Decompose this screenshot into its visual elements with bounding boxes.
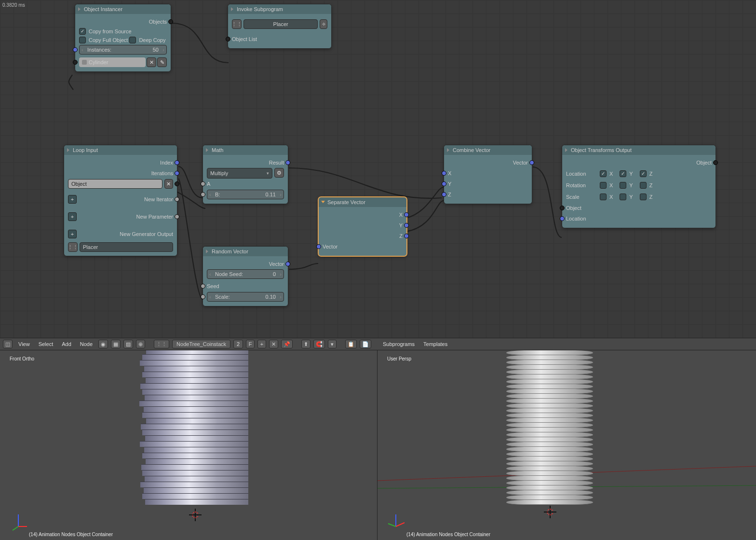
- node-loop-input[interactable]: Loop Input Index Iterations Object ✕ +Ne…: [64, 145, 177, 256]
- node-separate-vector[interactable]: Separate Vector X Y Z Vector: [318, 197, 407, 256]
- field-label: Scale:: [215, 294, 230, 300]
- node-combine-vector[interactable]: Combine Vector Vector X Y Z: [444, 145, 532, 204]
- node-title: Object Instancer: [84, 6, 122, 12]
- viewport-user-persp[interactable]: User Persp (14) Animation Nodes Object C…: [378, 350, 756, 540]
- socket-out-vector[interactable]: [529, 160, 534, 165]
- tree-type-an-button[interactable]: ⊕: [136, 340, 145, 348]
- snap-button[interactable]: 🧲: [313, 340, 325, 348]
- node-invoke-subprogram[interactable]: Invoke Subprogram ⋮⋮ Placer ✧ Object Lis…: [228, 4, 332, 49]
- copy-button[interactable]: 📋: [345, 340, 357, 348]
- subprogram-browse-button[interactable]: ⋮⋮: [232, 19, 242, 29]
- socket-out-result[interactable]: [285, 160, 290, 165]
- nodetree-new-button[interactable]: +: [257, 340, 266, 348]
- math-settings-button[interactable]: ⚙: [274, 168, 284, 178]
- socket-in-object[interactable]: [560, 206, 565, 210]
- node-object-instancer[interactable]: Object Instancer Objects Copy from Sourc…: [75, 4, 171, 72]
- paste-button[interactable]: 📄: [360, 340, 371, 348]
- socket-out-y[interactable]: [404, 223, 409, 228]
- pin-button[interactable]: 📌: [281, 340, 293, 348]
- subprogram-new-button[interactable]: ✧: [320, 19, 327, 29]
- loop-object-field[interactable]: Object: [68, 179, 162, 189]
- rot-z-check[interactable]: Z: [640, 182, 653, 189]
- object-field[interactable]: Cylinder: [79, 57, 146, 67]
- scale-y-check[interactable]: Y: [620, 194, 633, 200]
- tree-type-shader-button[interactable]: ◉: [98, 340, 108, 348]
- add-generator-button[interactable]: +: [68, 230, 77, 238]
- loc-x-check[interactable]: X: [600, 170, 613, 177]
- checkbox-deep-copy[interactable]: Deep Copy: [129, 37, 165, 43]
- node-seed-stepper[interactable]: Node Seed:0: [207, 269, 284, 279]
- check-label: Z: [649, 171, 653, 177]
- math-mode-dropdown[interactable]: Multiply▾: [207, 168, 272, 179]
- socket-in-vector[interactable]: [316, 244, 321, 249]
- socket-out-object[interactable]: [175, 181, 179, 186]
- socket-out-index[interactable]: [175, 160, 179, 165]
- clear-object-button[interactable]: ✕: [147, 57, 156, 67]
- clear-button[interactable]: ✕: [164, 179, 173, 189]
- socket-out-iterations[interactable]: [175, 171, 179, 176]
- menu-select[interactable]: Select: [36, 341, 56, 347]
- instances-stepper[interactable]: Instances:50: [79, 45, 167, 55]
- menu-add[interactable]: Add: [59, 341, 74, 347]
- add-iterator-button[interactable]: +: [68, 195, 77, 204]
- socket-in-y[interactable]: [442, 181, 446, 186]
- loop-subprogram-field[interactable]: Placer: [80, 242, 173, 252]
- viewport-front-ortho[interactable]: Front Ortho (14) Animation Nodes Object …: [0, 350, 378, 540]
- node-object-transforms-output[interactable]: Object Transforms Output Object Location…: [562, 145, 716, 228]
- socket-in-instances[interactable]: [73, 47, 78, 52]
- math-b-stepper[interactable]: B:0.11: [207, 190, 284, 199]
- menu-view[interactable]: View: [15, 341, 33, 347]
- scale-x-check[interactable]: X: [600, 194, 613, 200]
- socket-in-scale[interactable]: [201, 294, 205, 299]
- checkbox-copy-full-object[interactable]: Copy Full Object: [79, 37, 128, 43]
- add-parameter-button[interactable]: +: [68, 212, 77, 221]
- scale-stepper[interactable]: Scale:0.10: [207, 292, 284, 302]
- socket-new-parameter[interactable]: [175, 214, 179, 219]
- menu-templates[interactable]: Templates: [420, 341, 450, 347]
- subprogram-name-field[interactable]: Placer: [243, 19, 318, 29]
- rot-x-check[interactable]: X: [600, 182, 613, 189]
- editor-type-button[interactable]: ◫: [3, 340, 13, 348]
- socket-out-z[interactable]: [404, 234, 409, 238]
- node-title: Separate Vector: [327, 199, 365, 205]
- socket-new-iterator[interactable]: [175, 197, 179, 202]
- go-parent-button[interactable]: ⬆: [301, 340, 310, 348]
- socket-in-seed[interactable]: [201, 284, 205, 289]
- eyedropper-button[interactable]: ✎: [157, 57, 167, 67]
- field-label: B:: [215, 192, 220, 197]
- rot-y-check[interactable]: Y: [620, 182, 633, 189]
- socket-out-vector[interactable]: [285, 262, 290, 266]
- socket-label: Z: [448, 192, 451, 197]
- nodetree-users-button[interactable]: 2: [233, 340, 243, 348]
- menu-node[interactable]: Node: [77, 341, 95, 347]
- node-math[interactable]: Math Result Multiply▾ ⚙ A B:0.11: [202, 145, 288, 204]
- socket-in-b[interactable]: [201, 192, 205, 197]
- nodetree-name-field[interactable]: NodeTree_Coinstack: [172, 340, 230, 348]
- tree-type-compositor-button[interactable]: ▦: [111, 340, 121, 348]
- nodetree-unlink-button[interactable]: ✕: [269, 340, 278, 348]
- check-label: Z: [649, 182, 653, 188]
- scale-z-check[interactable]: Z: [640, 194, 653, 200]
- menu-subprograms[interactable]: Subprograms: [380, 341, 418, 347]
- socket-out-objects[interactable]: [168, 19, 173, 24]
- field-value: Placer: [273, 21, 288, 27]
- nodetree-browse-button[interactable]: ⋮⋮: [154, 340, 169, 348]
- node-random-vector[interactable]: Random Vector Vector Node Seed:0 Seed Sc…: [202, 246, 288, 306]
- socket-in-object[interactable]: [73, 60, 78, 65]
- socket-in-location[interactable]: [560, 216, 565, 221]
- socket-label: New Parameter: [81, 214, 173, 220]
- snap-type-button[interactable]: ▾: [328, 340, 337, 348]
- loc-y-check[interactable]: Y: [620, 170, 633, 177]
- socket-in-a[interactable]: [201, 181, 205, 186]
- socket-out-object[interactable]: [713, 160, 718, 165]
- node-editor-canvas[interactable]: 0.3820 ms Object Instancer Objects Copy …: [0, 0, 756, 338]
- socket-in-object-list[interactable]: [226, 37, 230, 42]
- loop-subprogram-browse-button[interactable]: ⋮⋮: [68, 242, 78, 252]
- fake-user-button[interactable]: F: [246, 340, 255, 348]
- socket-out-x[interactable]: [404, 212, 409, 217]
- checkbox-copy-from-source[interactable]: Copy from Source: [79, 28, 132, 35]
- socket-in-z[interactable]: [442, 192, 446, 197]
- loc-z-check[interactable]: Z: [640, 170, 653, 177]
- tree-type-texture-button[interactable]: ▨: [123, 340, 133, 348]
- socket-in-x[interactable]: [442, 171, 446, 176]
